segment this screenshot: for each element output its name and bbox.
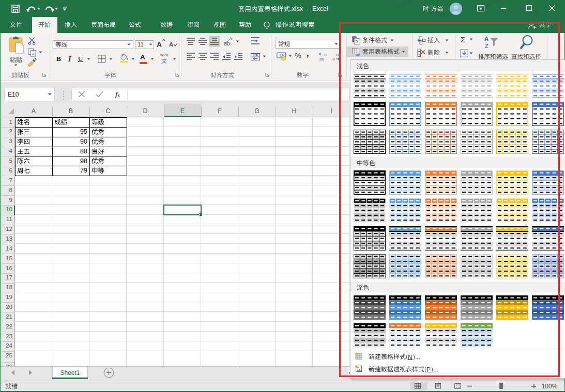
svg-text:.00: .00 [318,57,325,61]
svg-text:.0: .0 [331,57,335,61]
